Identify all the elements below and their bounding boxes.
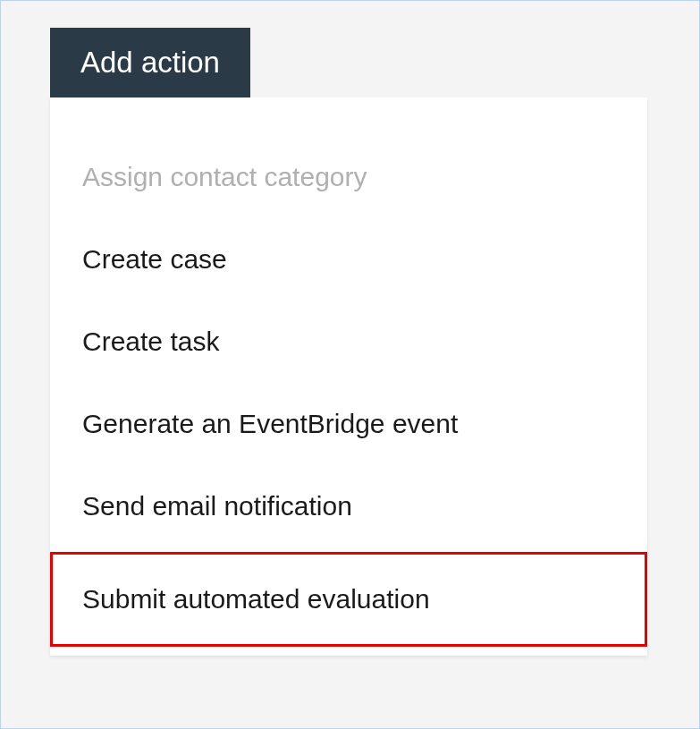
menu-item-submit-automated-evaluation[interactable]: Submit automated evaluation	[50, 552, 647, 647]
menu-item-send-email-notification[interactable]: Send email notification	[50, 470, 647, 543]
page-container: Add action Assign contact category Creat…	[1, 1, 699, 682]
menu-item-generate-eventbridge-event[interactable]: Generate an EventBridge event	[50, 387, 647, 461]
add-action-dropdown: Assign contact category Create case Crea…	[50, 97, 647, 656]
add-action-button[interactable]: Add action	[50, 28, 250, 97]
menu-item-assign-contact-category: Assign contact category	[50, 140, 647, 214]
menu-item-create-case[interactable]: Create case	[50, 223, 647, 296]
menu-item-create-task[interactable]: Create task	[50, 305, 647, 378]
